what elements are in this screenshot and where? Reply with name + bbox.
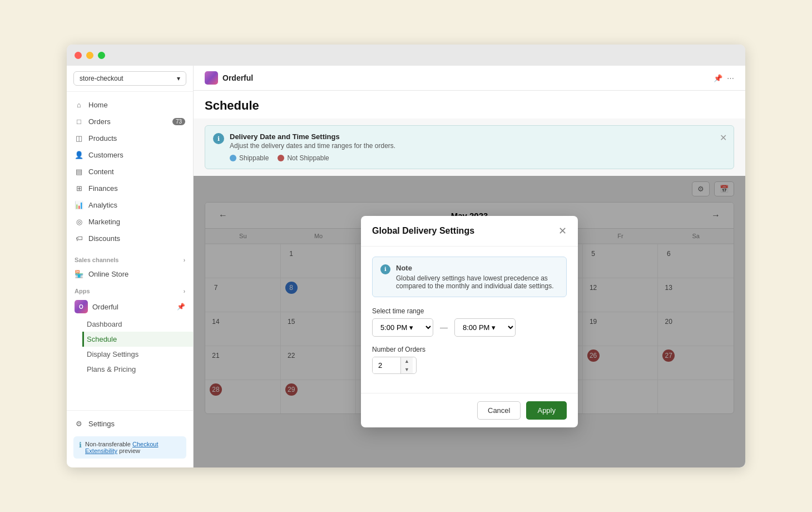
- sidebar-item-label: Customers: [88, 151, 123, 159]
- store-dropdown[interactable]: store-checkout ▾: [73, 71, 186, 86]
- alert-title: Delivery Date and Time Settings: [230, 132, 726, 141]
- sidebar-item-online-store[interactable]: 🏪 Online Store: [67, 265, 193, 282]
- alert-close-button[interactable]: ✕: [720, 132, 727, 143]
- global-delivery-settings-modal: Global Delivery Settings ✕ ℹ Note Global…: [361, 216, 578, 428]
- orders-count-label: Number of Orders: [372, 346, 567, 353]
- modal-note: ℹ Note Global delivery settings have low…: [372, 257, 567, 297]
- close-button[interactable]: [75, 52, 82, 59]
- page-title: Schedule: [205, 99, 734, 113]
- settings-label: Settings: [88, 420, 115, 428]
- number-spinners: ▲ ▼: [400, 357, 413, 374]
- analytics-icon: 📊: [75, 200, 83, 209]
- sales-channels-section: Sales channels ›: [67, 251, 193, 265]
- apps-section: Apps ›: [67, 282, 193, 297]
- sidebar-item-content[interactable]: ▤ Content: [67, 163, 193, 180]
- sidebar-bottom: ⚙ Settings ℹ Non-transferable Checkout E…: [67, 410, 193, 467]
- store-name: store-checkout: [80, 75, 123, 82]
- sidebar-item-settings[interactable]: ⚙ Settings: [67, 415, 193, 432]
- sidebar-item-label: Analytics: [88, 201, 117, 209]
- sidebar-item-home[interactable]: ⌂ Home: [67, 96, 193, 113]
- alert-content: Delivery Date and Time Settings Adjust t…: [230, 132, 726, 162]
- app-layout: store-checkout ▾ ⌂ Home □ Orders 73 ◫ Pr…: [67, 66, 745, 467]
- sidebar-sub-item-dashboard[interactable]: Dashboard: [82, 317, 193, 332]
- sidebar-item-label: Home: [88, 101, 108, 109]
- sidebar-item-customers[interactable]: 👤 Customers: [67, 146, 193, 163]
- chevron-icon: ›: [184, 257, 185, 263]
- marketing-icon: ◎: [75, 217, 83, 226]
- pin-header-icon[interactable]: 📌: [714, 74, 722, 82]
- more-header-icon[interactable]: ⋯: [727, 74, 734, 82]
- checkout-extensibility-banner: ℹ Non-transferable Checkout Extensibilit…: [73, 436, 186, 459]
- browser-window: store-checkout ▾ ⌂ Home □ Orders 73 ◫ Pr…: [67, 45, 745, 467]
- online-store-icon: 🏪: [75, 269, 83, 278]
- modal-close-button[interactable]: ✕: [558, 225, 567, 237]
- shippable-label: Shippable: [239, 154, 269, 162]
- products-icon: ◫: [75, 134, 83, 142]
- sidebar-item-marketing[interactable]: ◎ Marketing: [67, 213, 193, 230]
- display-settings-label: Display Settings: [87, 350, 138, 358]
- legend-shippable: Shippable: [230, 154, 269, 162]
- title-bar: [67, 45, 745, 66]
- sidebar-item-label: Content: [88, 168, 114, 176]
- sidebar-sub-item-display-settings[interactable]: Display Settings: [82, 347, 193, 362]
- sidebar-item-orderful[interactable]: O Orderful 📌: [67, 297, 193, 317]
- chevron-down-icon: ▾: [177, 75, 180, 82]
- orderful-app-icon: O: [75, 300, 88, 313]
- pin-icon: 📌: [177, 303, 185, 311]
- store-select-container: store-checkout ▾: [67, 66, 193, 92]
- time-end-select[interactable]: 8:00 PM ▾ 9:00 PM 10:00 PM: [454, 318, 516, 337]
- sidebar-item-products[interactable]: ◫ Products: [67, 130, 193, 146]
- increment-button[interactable]: ▲: [401, 357, 413, 366]
- cancel-button[interactable]: Cancel: [477, 401, 521, 420]
- sidebar-item-finances[interactable]: ⊞ Finances: [67, 180, 193, 196]
- content-icon: ▤: [75, 167, 83, 176]
- settings-icon: ⚙: [75, 419, 83, 428]
- chevron-icon: ›: [184, 288, 185, 294]
- main-content: Orderful 📌 ⋯ Schedule ℹ Delivery Date an…: [194, 66, 745, 467]
- modal-header: Global Delivery Settings ✕: [361, 216, 578, 247]
- modal-footer: Cancel Apply: [361, 393, 578, 427]
- legend-not-shippable: Not Shippable: [278, 154, 329, 162]
- apps-label: Apps: [75, 288, 90, 294]
- minimize-button[interactable]: [86, 52, 93, 59]
- modal-title: Global Delivery Settings: [372, 226, 474, 236]
- sidebar: store-checkout ▾ ⌂ Home □ Orders 73 ◫ Pr…: [67, 66, 194, 467]
- note-content: Note Global delivery settings have lowes…: [396, 264, 558, 290]
- finances-icon: ⊞: [75, 184, 83, 193]
- orders-count-input[interactable]: [373, 357, 400, 373]
- maximize-button[interactable]: [98, 52, 105, 59]
- sidebar-item-label: Orders: [88, 117, 111, 126]
- decrement-button[interactable]: ▼: [401, 366, 413, 374]
- banner-text: Non-transferable Checkout Extensibility …: [85, 441, 181, 454]
- sidebar-item-label: Discounts: [88, 234, 120, 243]
- delivery-settings-alert: ℹ Delivery Date and Time Settings Adjust…: [205, 125, 734, 169]
- main-header: Orderful 📌 ⋯: [194, 66, 745, 91]
- sidebar-sub-item-schedule[interactable]: Schedule: [82, 332, 193, 347]
- time-range-group: Select time range 5:00 PM ▾ 6:00 PM 7:00…: [372, 307, 567, 337]
- info-icon: ℹ: [79, 441, 82, 454]
- sidebar-sub-item-plans-pricing[interactable]: Plans & Pricing: [82, 362, 193, 377]
- shippable-dot: [230, 155, 236, 161]
- time-start-select[interactable]: 5:00 PM ▾ 6:00 PM 7:00 PM 8:00 PM: [372, 318, 433, 337]
- discounts-icon: 🏷: [75, 234, 83, 243]
- modal-overlay: Global Delivery Settings ✕ ℹ Note Global…: [194, 176, 745, 467]
- sidebar-item-label: Marketing: [88, 218, 120, 226]
- apply-button[interactable]: Apply: [526, 401, 567, 420]
- page-title-bar: Schedule: [194, 91, 745, 119]
- sidebar-item-orders[interactable]: □ Orders 73: [67, 113, 193, 130]
- sidebar-item-analytics[interactable]: 📊 Analytics: [67, 196, 193, 213]
- not-shippable-label: Not Shippable: [287, 154, 329, 162]
- brand-icon: [205, 71, 218, 85]
- sidebar-item-label: Products: [88, 134, 117, 142]
- orders-badge: 73: [172, 118, 185, 125]
- not-shippable-dot: [278, 155, 284, 161]
- customers-icon: 👤: [75, 150, 83, 159]
- schedule-label: Schedule: [87, 335, 117, 343]
- home-icon: ⌂: [75, 100, 83, 109]
- plans-pricing-label: Plans & Pricing: [87, 365, 136, 373]
- dashboard-label: Dashboard: [87, 320, 122, 328]
- sidebar-nav: ⌂ Home □ Orders 73 ◫ Products 👤 Customer…: [67, 92, 193, 251]
- brand-name: Orderful: [222, 73, 253, 82]
- note-info-icon: ℹ: [380, 264, 390, 274]
- sidebar-item-discounts[interactable]: 🏷 Discounts: [67, 230, 193, 247]
